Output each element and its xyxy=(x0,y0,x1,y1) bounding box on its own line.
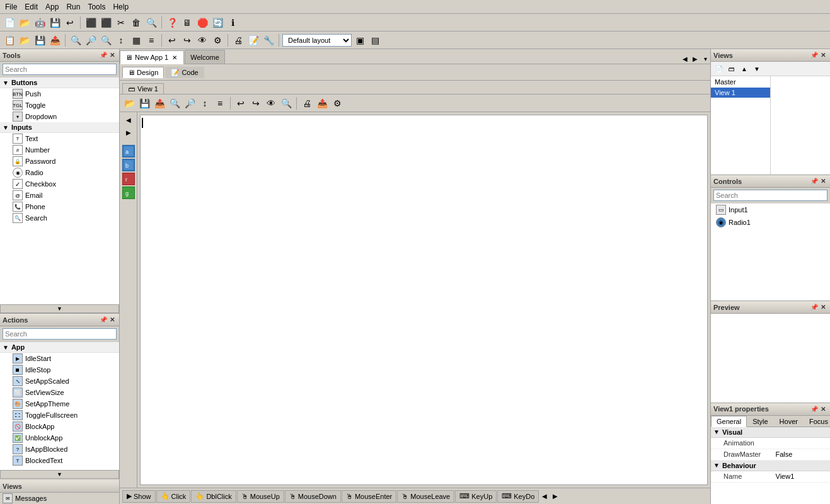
design-save[interactable]: 💾 xyxy=(137,96,151,110)
buttons-section-header[interactable]: ▼ Buttons xyxy=(0,77,119,88)
bottom-tab-prev[interactable]: ◀ xyxy=(539,491,550,501)
tb-stop[interactable]: 🛑 xyxy=(195,16,209,30)
action-togglefullscreen[interactable]: ⛶ ToggleFullscreen xyxy=(0,410,119,421)
tb-open[interactable]: 📂 xyxy=(18,16,32,30)
tb2-layout2[interactable]: ▤ xyxy=(368,33,382,47)
tb2-print[interactable]: 🖨 xyxy=(231,33,245,47)
tb-refresh[interactable]: 🔄 xyxy=(210,16,224,30)
views-tb-up[interactable]: ▲ xyxy=(739,63,750,74)
event-tab-dblclick[interactable]: 👆 DblClick xyxy=(191,490,236,503)
tool-search[interactable]: 🔍 Search xyxy=(0,212,119,224)
design-select[interactable]: ↕ xyxy=(198,96,212,110)
tb-paste[interactable]: ⬛ xyxy=(99,16,113,30)
tb2-layout1[interactable]: ▣ xyxy=(353,33,367,47)
tb-new[interactable]: 📄 xyxy=(3,16,16,30)
event-tab-mouseup[interactable]: 🖱 MouseUp xyxy=(237,490,284,503)
tb-help[interactable]: ❓ xyxy=(165,16,179,30)
canvas-icon-blue1[interactable]: a xyxy=(122,145,135,158)
tb-copy[interactable]: ⬛ xyxy=(84,16,98,30)
props-tab-focus[interactable]: Focus xyxy=(804,416,830,427)
views-view1-item[interactable]: View 1 xyxy=(711,88,770,98)
tab-menu-btn[interactable]: ▾ xyxy=(700,54,710,64)
canvas-nav-up[interactable]: ◀ xyxy=(124,115,134,125)
design-print[interactable]: 🖨 xyxy=(300,96,314,110)
design-zoom-fit[interactable]: 🔍 xyxy=(168,96,182,110)
action-blockedtext[interactable]: T BlockedText xyxy=(0,455,119,466)
event-tab-keydo[interactable]: ⌨ KeyDo xyxy=(497,490,539,503)
preview-pin-btn[interactable]: 📌 xyxy=(810,303,819,312)
tool-dropdown[interactable]: ▾ Dropdown xyxy=(0,111,119,122)
actions-search-input[interactable] xyxy=(3,328,117,340)
controls-close-btn[interactable]: ✕ xyxy=(819,177,827,186)
props-tab-hover[interactable]: Hover xyxy=(774,416,804,427)
preview-close-btn[interactable]: ✕ xyxy=(819,303,827,312)
actions-pin-btn[interactable]: 📌 xyxy=(99,316,108,324)
menu-file[interactable]: File xyxy=(1,1,21,13)
design-settings[interactable]: ⚙ xyxy=(330,96,344,110)
actions-scroll-down[interactable]: ▼ xyxy=(0,470,119,479)
tb2-zoom-fit[interactable]: 🔍 xyxy=(69,33,83,47)
views-tb-master[interactable]: 🗃 xyxy=(726,63,737,74)
design-zoom-out[interactable]: 🔍 xyxy=(279,96,293,110)
canvas-icon-blue2[interactable]: b xyxy=(122,159,135,171)
action-blockapp[interactable]: 🚫 BlockApp xyxy=(0,421,119,432)
tb2-align[interactable]: ≡ xyxy=(144,33,158,47)
props-tab-general[interactable]: General xyxy=(711,416,747,427)
menu-edit[interactable]: Edit xyxy=(21,1,42,13)
action-idlestart[interactable]: ▶ IdleStart xyxy=(0,353,119,364)
tab-prev-btn[interactable]: ◀ xyxy=(680,54,690,64)
tb2-save2[interactable]: 💾 xyxy=(33,33,47,47)
tb2-redo[interactable]: ↪ xyxy=(180,33,194,47)
tb2-export[interactable]: 📤 xyxy=(48,33,62,47)
tools-close-btn[interactable]: ✕ xyxy=(108,51,117,60)
messages-item[interactable]: ✉ Messages xyxy=(0,493,119,504)
tb-info[interactable]: ℹ xyxy=(226,16,239,30)
layout-select[interactable]: Default layout xyxy=(282,34,352,47)
design-zoom-in[interactable]: 🔎 xyxy=(183,96,197,110)
event-tab-mouseenter[interactable]: 🖱 MouseEnter xyxy=(342,490,396,503)
event-tab-mousedown[interactable]: 🖱 MouseDown xyxy=(285,490,341,503)
tool-radio[interactable]: ◉ Radio xyxy=(0,167,119,178)
design-export2[interactable]: 📤 xyxy=(315,96,329,110)
action-setviewsize[interactable]: ⬜ SetViewSize xyxy=(0,387,119,398)
views-close-btn[interactable]: ✕ xyxy=(819,51,827,60)
event-tab-click[interactable]: 👆 Click xyxy=(156,490,191,503)
tool-toggle[interactable]: TGL Toggle xyxy=(0,100,119,111)
design-export[interactable]: 📤 xyxy=(153,96,166,110)
tb-screen[interactable]: 🖥 xyxy=(180,16,194,30)
drawmaster-value[interactable]: False xyxy=(776,450,828,458)
tab-design[interactable]: 🖥 Design xyxy=(122,67,164,78)
tb2-zoom-in[interactable]: 🔎 xyxy=(84,33,98,47)
action-idlestop[interactable]: ⏹ IdleStop xyxy=(0,364,119,375)
control-radio1[interactable]: ◉ Radio1 xyxy=(711,216,830,229)
controls-search-input[interactable] xyxy=(713,190,827,201)
tb2-preview[interactable]: 👁 xyxy=(195,33,209,47)
tool-checkbox[interactable]: ✓ Checkbox xyxy=(0,178,119,190)
action-isappblocked[interactable]: ? IsAppBlocked xyxy=(0,444,119,455)
views-pin-btn[interactable]: 📌 xyxy=(810,51,819,60)
tb2-undo[interactable]: ↩ xyxy=(165,33,179,47)
action-setapptheme[interactable]: 🎨 SetAppTheme xyxy=(0,398,119,410)
event-tab-show[interactable]: ▶ Show xyxy=(122,490,156,503)
tool-number[interactable]: # Number xyxy=(0,144,119,156)
views-tb-page[interactable]: 📄 xyxy=(713,63,725,74)
design-undo[interactable]: ↩ xyxy=(234,96,248,110)
tb-android[interactable]: 🤖 xyxy=(33,16,47,30)
tb2-new[interactable]: 📋 xyxy=(3,33,16,47)
behaviour-section-header[interactable]: ▼ Behaviour xyxy=(711,461,830,471)
tab-code[interactable]: 📝 Code xyxy=(165,67,204,78)
tb2-build[interactable]: 🔧 xyxy=(262,33,275,47)
tool-email[interactable]: @ Email xyxy=(0,190,119,201)
tb-undo2[interactable]: ↩ xyxy=(63,16,77,30)
tb-del[interactable]: 🗑 xyxy=(129,16,143,30)
tb2-arrow[interactable]: ↕ xyxy=(114,33,128,47)
tools-search-input[interactable] xyxy=(3,64,117,75)
control-input1[interactable]: ▭ Input1 xyxy=(711,203,830,216)
props-close-btn[interactable]: ✕ xyxy=(819,404,827,413)
name-value[interactable]: View1 xyxy=(776,472,828,480)
inputs-section-header[interactable]: ▼ Inputs xyxy=(0,122,119,133)
tab-new-app[interactable]: 🖥 New App 1 ✕ xyxy=(120,50,184,64)
tool-text[interactable]: T Text xyxy=(0,133,119,144)
tb2-grid[interactable]: ▦ xyxy=(129,33,143,47)
props-tab-style[interactable]: Style xyxy=(747,416,773,427)
